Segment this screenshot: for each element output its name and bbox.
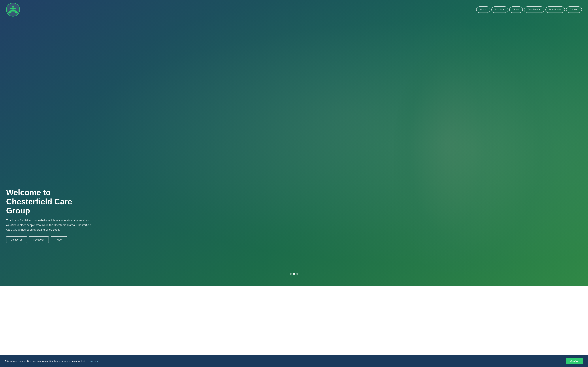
hero-buttons: Contact us Facebook Twitter [6, 236, 98, 243]
nav-news[interactable]: News [509, 6, 523, 13]
svg-point-4 [10, 8, 12, 10]
hero-subtitle: Thank you for visiting our website which… [6, 218, 92, 232]
slider-dot-3[interactable] [296, 273, 298, 275]
hero-section: Home Services News Our Groups Downloads … [0, 0, 588, 286]
logo-circle [6, 3, 20, 17]
slider-dot-1[interactable] [290, 273, 292, 275]
nav-our-groups[interactable]: Our Groups [524, 6, 544, 13]
nav-downloads[interactable]: Downloads [545, 6, 565, 13]
facebook-button[interactable]: Facebook [29, 236, 49, 243]
slider-dot-2[interactable] [293, 273, 295, 275]
logo-wrapper[interactable] [6, 3, 20, 17]
below-fold: · · · [0, 286, 588, 295]
slider-dots [290, 273, 298, 275]
nav-services[interactable]: Services [491, 6, 508, 13]
contact-us-button[interactable]: Contact us [6, 236, 27, 243]
svg-point-7 [14, 10, 16, 12]
svg-point-9 [13, 7, 14, 9]
svg-point-8 [12, 6, 14, 7]
below-fold-hint: · · · [291, 288, 297, 293]
hero-title: Welcome to Chesterfield Care Group [6, 188, 98, 215]
svg-point-6 [14, 8, 16, 10]
nav-home[interactable]: Home [476, 6, 490, 13]
main-navigation: Home Services News Our Groups Downloads … [0, 0, 588, 19]
svg-point-5 [10, 10, 12, 12]
hero-content: Welcome to Chesterfield Care Group Thank… [6, 188, 98, 243]
svg-point-3 [12, 9, 14, 12]
twitter-button[interactable]: Twitter [51, 236, 67, 243]
logo-svg [8, 4, 18, 15]
nav-links-container: Home Services News Our Groups Downloads … [476, 6, 582, 13]
nav-contact[interactable]: Contact [566, 6, 582, 13]
